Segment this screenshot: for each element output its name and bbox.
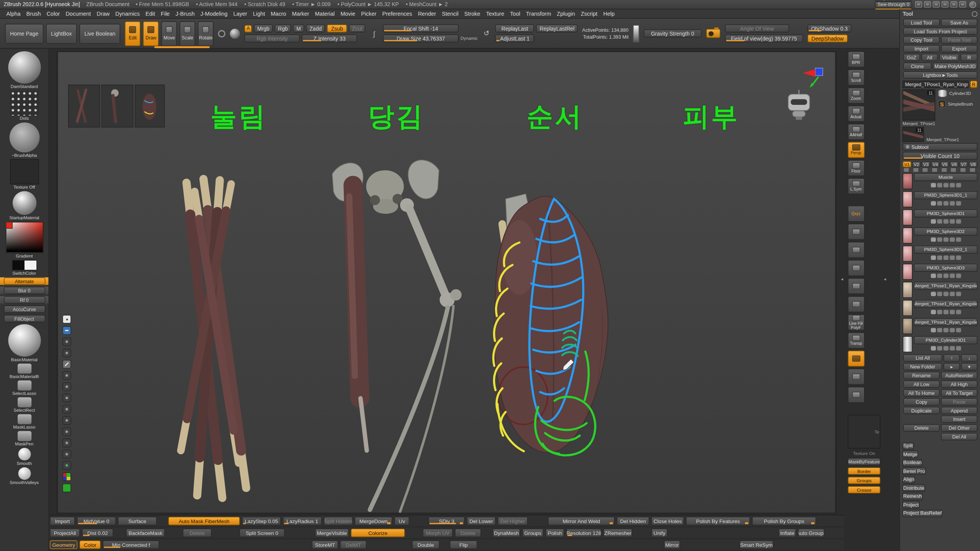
button-dynamesh[interactable]: DynaMesh (493, 528, 520, 537)
adjust-last-slider[interactable]: AdjustLast 1 (495, 34, 534, 42)
subtool-row-icons[interactable] (914, 254, 977, 261)
button-del-lower[interactable]: Del Lower (467, 517, 496, 525)
draw-mode-button[interactable]: Draw (143, 21, 159, 46)
material-startup[interactable]: StartupMaterial (0, 191, 49, 220)
pen-icon[interactable] (62, 349, 71, 357)
subtool-row-pm3d-sphere3d3[interactable]: PM3D_Sphere3D3 (903, 264, 978, 281)
image-card-icon[interactable] (62, 427, 71, 436)
button-save-as[interactable]: Save As (941, 19, 977, 26)
button-auto-groups[interactable]: Auto Groups (798, 528, 825, 537)
button-new-folder[interactable]: New Folder (903, 363, 942, 371)
button-rename[interactable]: Rename (903, 372, 939, 379)
thumbnail[interactable] (17, 414, 31, 424)
thumbnail[interactable] (8, 324, 41, 357)
subtool-name[interactable]: PM3D_Sphere3D3_1 (914, 246, 977, 254)
menu-item-light[interactable]: Light (250, 9, 268, 18)
visibility-tab-v8[interactable]: V8 (969, 161, 977, 167)
lightbox-button[interactable]: LightBox (46, 23, 77, 43)
thumbnail[interactable] (9, 122, 39, 152)
subtool-name[interactable]: Merged_TPose1_Ryan_Kingslie (914, 318, 977, 326)
subtool-row-pm3d-sphere3d1[interactable]: PM3D_Sphere3D1 (903, 209, 978, 227)
menu-item-document[interactable]: Document (63, 9, 93, 18)
button-storemt[interactable]: StoreMT (312, 540, 338, 549)
button-polish-by-groups[interactable]: Polish By Groups (752, 517, 816, 525)
brush-smooth[interactable]: Smooth (0, 448, 49, 466)
document-thumbnails[interactable] (69, 85, 165, 127)
visible-count-slider[interactable]: Visible Count 10 (903, 152, 978, 160)
undo-arrow-icon[interactable] (62, 405, 71, 414)
menu-item-preferences[interactable]: Preferences (380, 9, 415, 18)
subtool-thumbnail[interactable] (903, 191, 913, 207)
persp-button[interactable]: Persp (848, 142, 864, 158)
menu-item-edit[interactable]: Edit (143, 9, 157, 18)
menu-item-marker[interactable]: Marker (289, 9, 312, 18)
button-geometry[interactable]: Geometry (50, 540, 77, 549)
thumbnail[interactable] (17, 431, 31, 441)
material-basic-b[interactable]: BasicMaterialB (0, 364, 49, 378)
titlebar-chip-see-through-0[interactable]: See-through 0 (875, 1, 912, 8)
pencil-icon[interactable] (62, 360, 71, 368)
subtool-thumbnail[interactable] (903, 227, 913, 243)
grid-icon[interactable] (942, 1, 949, 7)
subtool-thumbnail[interactable] (903, 209, 913, 225)
subtool-row-merged-tpose1-ryan-kingslie[interactable]: Merged_TPose1_Ryan_Kingslie (903, 282, 978, 299)
button-mergedown[interactable]: MergeDown (354, 517, 392, 525)
slider-midvalue-0[interactable]: MidValue 0 (77, 517, 116, 525)
display-icon[interactable] (924, 1, 931, 7)
button-inflate[interactable]: Inflate (779, 528, 796, 537)
button-autoreorder[interactable]: AutoReorder (941, 372, 977, 379)
dot-brush-icon[interactable] (62, 394, 71, 403)
menu-item-picker[interactable]: Picker (358, 9, 379, 18)
subtool-thumbnail[interactable] (903, 318, 913, 334)
menu-item-render[interactable]: Render (415, 9, 439, 18)
thumbnail[interactable] (17, 397, 31, 407)
folder-prev-button[interactable]: ▸ (944, 363, 960, 371)
button-colorize[interactable]: Colorize (351, 528, 405, 537)
floor-button[interactable]: Floor (848, 160, 864, 176)
slider-lazyradius-1[interactable]: LazyRadius 1 (283, 517, 322, 525)
visibility-tab-v1[interactable]: V1 (903, 161, 911, 167)
film-strip-icon[interactable] (915, 1, 922, 7)
button-load-tool[interactable]: Load Tool (903, 19, 939, 26)
button-insert[interactable]: Insert (941, 416, 977, 423)
rgb-button[interactable]: Rgb (275, 24, 291, 33)
thumbnail[interactable] (18, 448, 31, 461)
scale-mode-button[interactable]: Scale (180, 21, 195, 46)
button-surface[interactable]: Surface (118, 517, 157, 525)
button-all-low[interactable]: All Low (903, 380, 939, 388)
menu-item-layer[interactable]: Layer (231, 9, 250, 18)
rgb-intensity-slider[interactable]: Rgb Intensity (245, 34, 300, 42)
canvas-divider-handle[interactable]: ◄ (840, 277, 844, 281)
button-all-high[interactable]: All High (941, 380, 977, 388)
move-gizmo-icon[interactable] (848, 260, 864, 276)
objshadow-slider[interactable]: ObjShadow 0.3 (807, 24, 851, 33)
lsym-button[interactable]: L.Sym (848, 178, 864, 194)
subtool-row-icons[interactable] (914, 290, 977, 297)
tool-export-button[interactable]: Export (941, 45, 977, 53)
a-toggle-button[interactable]: A (245, 24, 252, 32)
palette-icon[interactable] (62, 461, 71, 470)
zadd-button[interactable]: Zadd (306, 24, 325, 33)
subtool-thumbnail[interactable] (903, 173, 913, 189)
brush-masklasso[interactable]: MaskLasso (0, 414, 49, 429)
slider-resolution-128[interactable]: Resolution 128 (566, 528, 601, 537)
stroke-dots[interactable]: Dots (0, 91, 49, 121)
brush-damstandard[interactable]: DamStandard (0, 51, 49, 89)
subtool-thumbnail[interactable] (903, 264, 913, 280)
tool-import-button[interactable]: Import (903, 45, 939, 53)
menu-item-zscript[interactable]: Zscript (578, 9, 600, 18)
titlebar-chip-quicksave[interactable]: QuickSave (875, 0, 912, 1)
panel-cycle-icon[interactable] (972, 11, 978, 17)
button-list-all[interactable]: List All (903, 354, 942, 362)
z-intensity-slider[interactable]: Z Intensity 33 (302, 34, 357, 42)
thumbnail[interactable] (18, 467, 31, 480)
accucurve-button[interactable]: AccuCurve (0, 305, 49, 313)
visibility-tab-v3[interactable]: V3 (921, 161, 930, 167)
subtool-name[interactable]: Merged_TPose1_Ryan_Kingslie (914, 282, 977, 290)
shelf-scrollbar[interactable] (154, 46, 210, 48)
green-swatch-icon[interactable] (62, 484, 71, 492)
recent-tool-thumbnail[interactable]: 11 (903, 127, 924, 142)
menu-item-transform[interactable]: Transform (523, 9, 554, 18)
folder-next-button[interactable]: ▾ (961, 363, 978, 371)
thumbnail[interactable] (8, 51, 41, 84)
